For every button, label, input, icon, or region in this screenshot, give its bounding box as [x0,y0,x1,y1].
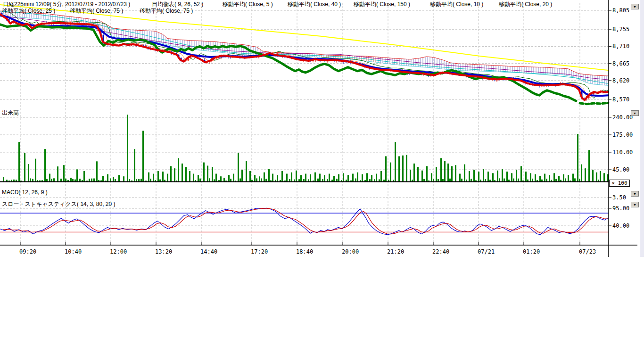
volume-bar-small [317,179,319,182]
volume-bar-small [574,178,576,181]
volume-panel-menu-button[interactable]: ▼ [631,110,639,116]
volume-bar [402,156,404,182]
volume-bar [268,169,270,181]
volume-bar [343,173,344,181]
stoch-panel-label: スロー・ストキャスティクス( 14, 3, 80, 20 ) [2,200,115,208]
volume-multiplier-box: × 100 [609,180,630,187]
volume-bar [376,174,377,182]
volume-bar [148,173,149,182]
volume-bar [549,175,550,181]
time-tick-label: 07/21 [478,248,495,255]
volume-bar [483,169,484,181]
volume-bar [585,168,586,181]
volume-bar [413,164,415,182]
stoch-tick-label: 95.00 [612,205,629,212]
volume-bar [286,174,288,182]
volume-bar [492,173,494,181]
volume-bar [406,155,407,182]
volume-bar [588,150,590,181]
header-indicator-label: 移動平均( Close, 25 ) [2,7,55,15]
volume-bar [296,171,297,182]
main-panel-menu-button[interactable]: ▼ [631,4,639,9]
volume-bar-small [518,179,519,182]
stoch-panel-menu-button[interactable]: ▼ [631,202,639,207]
volume-bar-small [65,179,66,182]
volume-bar [167,174,168,182]
thick-green-ma75-dashed [580,103,608,104]
price-tick-label: 8,805 [612,7,629,14]
volume-bar [264,173,265,182]
header-indicator-label: 移動平均( Close, 5 ) [223,0,273,8]
volume-bar [241,170,243,182]
volume-bar-small [53,178,55,181]
volume-bar [371,175,372,181]
volume-bar [520,166,522,182]
volume-bar-small [93,179,95,182]
volume-bar-small [565,178,566,181]
volume-bar [451,166,453,182]
volume-bar [380,171,382,182]
volume-tick-label: 45.00 [612,166,629,173]
time-tick-label: 18:40 [296,248,313,255]
volume-bar [417,167,419,181]
volume-bar [553,173,555,181]
volume-bar [390,163,391,182]
header-indicator-label: 移動平均( Close, 40 ) [288,0,341,8]
volume-tick-label: 175.00 [612,132,633,138]
time-tick-label: 20:00 [342,248,359,255]
time-tick-label: 09:20 [19,248,36,255]
volume-bar [134,149,135,181]
volume-bar [220,176,222,181]
volume-bar [44,149,46,181]
volume-bar [118,175,120,181]
volume-bar [18,142,20,181]
volume-bar [223,178,225,182]
volume-tick-label: 110.00 [612,149,633,156]
volume-bar-small [449,179,451,182]
volume-bar [395,142,396,181]
volume-bar [535,174,536,182]
volume-bar-small [110,178,111,181]
volume-bar [333,176,335,182]
volume-bar-small [239,179,241,182]
right-scrollbar[interactable] [640,0,644,257]
volume-bar [228,175,230,181]
time-tick-label: 14:40 [200,248,217,255]
volume-bar [305,174,306,182]
volume-bar [107,174,108,182]
volume-bar [314,173,316,182]
volume-bar-small [261,178,262,181]
volume-bar-small [355,179,356,182]
volume-bar [478,172,479,182]
volume-bar [544,174,545,182]
time-tick-label: 21:20 [387,248,404,255]
volume-bar [277,175,278,181]
volume-bar-small [30,178,31,181]
volume-bar [28,164,29,182]
volume-bar [174,168,175,181]
volume-bar [57,166,58,181]
volume-bar-small [532,179,533,182]
volume-bar [319,174,321,182]
volume-bar [249,171,251,182]
volume-bar [35,159,36,182]
volume-bar [362,174,363,182]
volume-bar [281,171,283,182]
volume-bar [76,169,78,181]
volume-bar [238,153,239,181]
volume-bar [96,161,98,181]
volume-bar [577,134,578,181]
volume-bar [189,171,190,182]
volume-bar [102,176,104,182]
volume-bar [511,173,512,181]
volume-bar [469,171,470,182]
time-tick-label: 22:40 [432,248,449,255]
macd-panel-label: MACD( 12, 26, 9 ) [2,189,48,196]
volume-bar [24,153,25,182]
macd-panel-menu-button[interactable]: ▼ [631,191,639,197]
volume-bar [347,175,349,181]
volume-bar [366,173,368,181]
price-tick-label: 8,665 [612,60,629,67]
chart-canvas [0,0,644,362]
volume-bar [170,166,172,182]
